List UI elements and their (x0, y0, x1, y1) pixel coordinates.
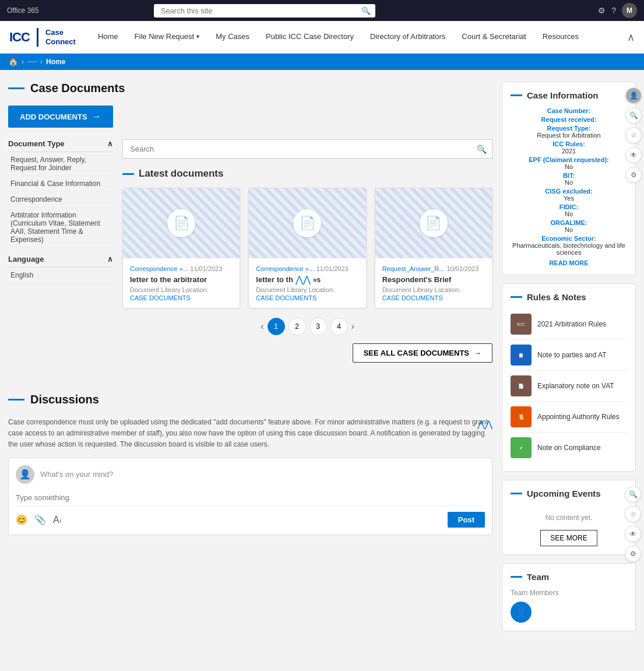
next-page-button[interactable]: › (351, 321, 354, 332)
doc-card-body-1: Correspondence »... 11/01/2023 letter to… (249, 258, 365, 308)
case-information-card: Case Information Case Number: Request re… (502, 82, 636, 275)
nav-directory-arbitrators[interactable]: Directory of Arbitrators (362, 21, 453, 54)
floating-eye-icon[interactable]: 👁 (625, 147, 642, 163)
post-button[interactable]: Post (448, 512, 485, 528)
epf-label: EPF (Claimant requested): (511, 156, 627, 163)
doc-partial-label-1: »s (313, 276, 321, 284)
pdf-icon-1: 📄 (300, 216, 315, 231)
case-documents-title: Case Documents (30, 82, 125, 95)
breadcrumb-bar: 🏠 › › Home (0, 54, 644, 70)
floating-search-icon-2[interactable]: 🔍 (625, 486, 641, 503)
doc-loc-label-2: Document Library Location: (382, 286, 485, 293)
rule-item-2[interactable]: 📄 Explanatory note on VAT (511, 371, 627, 402)
see-more-button[interactable]: SEE MORE (540, 530, 597, 546)
doc-type-link-0[interactable]: Correspondence »... (130, 265, 188, 272)
logo-separator (37, 28, 38, 47)
docs-area: 🔍 Latest documents 📄 (122, 139, 492, 374)
expand-icon-1[interactable]: ⋀⋀ (295, 274, 311, 285)
floating-settings-icon-2[interactable]: ⚙ (625, 546, 641, 562)
rule-thumb-1: 📋 (511, 345, 532, 366)
economic-sector-value: Pharmaceuticals, biotechnology and life … (511, 242, 627, 256)
team-card: Team Team Members 👤 (502, 563, 636, 631)
events-blue-line (511, 493, 522, 494)
language-header[interactable]: Language ∧ (8, 255, 113, 268)
page-1-button[interactable]: 1 (268, 318, 285, 335)
floating-eye-icon-2[interactable]: 👁 (625, 526, 641, 542)
chevron-icon: ▾ (196, 33, 199, 40)
docs-search-input[interactable] (122, 139, 492, 159)
upcoming-events-title: Upcoming Events (527, 489, 601, 498)
add-docs-label: ADD DOCUMENTS (20, 113, 87, 121)
see-all-label: SEE ALL CASE DOCUMENTS (364, 349, 469, 357)
prev-page-button[interactable]: ‹ (261, 321, 263, 332)
language-label: Language (8, 255, 44, 264)
doc-loc-link-0[interactable]: CASE DOCUMENTS (130, 294, 191, 301)
rule-item-1[interactable]: 📋 Note to parties and AT (511, 340, 627, 371)
floating-settings-icon[interactable]: ⚙ (625, 167, 642, 183)
language-english[interactable]: English (8, 268, 113, 283)
case-info-heading: Case Information (511, 90, 627, 100)
orgalime-value: No (511, 226, 627, 233)
doc-loc-link-1[interactable]: CASE DOCUMENTS (256, 294, 316, 301)
rule-label-2: Explanatory note on VAT (537, 382, 614, 390)
see-all-button[interactable]: SEE ALL CASE DOCUMENTS → (353, 343, 492, 363)
team-add-member-button[interactable]: 👤 (511, 602, 532, 623)
rule-item-3[interactable]: 📜 Appointing Authority Rules (511, 402, 627, 433)
top-search-input[interactable] (154, 4, 375, 17)
case-number-label: Case Number: (511, 107, 627, 114)
pdf-icon-0: 📄 (174, 216, 189, 231)
floating-star-icon[interactable]: ☆ (625, 127, 642, 143)
doc-loc-link-2[interactable]: CASE DOCUMENTS (382, 294, 443, 301)
doc-icon-1: 📄 (293, 209, 321, 237)
doc-type-request[interactable]: Request, Answer, Reply, Request for Join… (8, 152, 113, 176)
nav-home[interactable]: Home (90, 21, 126, 54)
nav-public-icc[interactable]: Public ICC Case Directory (258, 21, 362, 54)
language-filter: Language ∧ English (8, 255, 113, 283)
breadcrumb-sep-2: › (40, 58, 43, 66)
floating-search-icon[interactable]: 🔍 (625, 107, 642, 124)
nav-resources[interactable]: Resources (534, 21, 587, 54)
breadcrumb-home-icon[interactable]: 🏠 (8, 57, 18, 66)
doc-type-link-2[interactable]: Request_Answer_R... (382, 265, 445, 272)
floating-user-icon[interactable]: 👤 (625, 87, 642, 104)
doc-type-toggle: ∧ (107, 139, 113, 148)
doc-type-arbitrator[interactable]: Arbitrator Information (Curriculum Vitae… (8, 208, 113, 248)
doc-title-1: letter to th (256, 275, 293, 284)
doc-card-1: 📄 Correspondence »... 11/01/2023 letter … (248, 188, 366, 308)
floating-star-icon-2[interactable]: ☆ (625, 506, 641, 522)
collapse-discussion-button[interactable]: ⋀⋀ (477, 417, 492, 432)
breadcrumb-section[interactable] (27, 61, 37, 62)
read-more-link[interactable]: READ MORE (511, 259, 627, 266)
page-3-button[interactable]: 3 (309, 318, 327, 335)
rules-notes-card: Rules & Notes ICC 2021 Arbitration Rules… (502, 283, 636, 472)
page-4-button[interactable]: 4 (330, 318, 348, 335)
rule-item-0[interactable]: ICC 2021 Arbitration Rules (511, 309, 627, 340)
doc-type-link-1[interactable]: Correspondence »... (256, 265, 314, 272)
rule-thumb-2: 📄 (511, 375, 532, 396)
help-icon[interactable]: ? (611, 6, 616, 15)
nav-bar: ICC Case Connect Home File New Request ▾… (0, 21, 644, 54)
settings-icon[interactable]: ⚙ (598, 6, 606, 15)
page-2-button[interactable]: 2 (288, 318, 306, 335)
nav-court-secretariat[interactable]: Court & Secretariat (453, 21, 534, 54)
nav-my-cases[interactable]: My Cases (207, 21, 258, 54)
attachment-icon[interactable]: 📎 (34, 514, 46, 525)
nav-expand-icon[interactable]: ∧ (627, 31, 635, 44)
cisg-row: CISG excluded: Yes (511, 188, 627, 202)
rule-item-4[interactable]: ✔ Note on Compliance (511, 433, 627, 463)
add-documents-button[interactable]: ADD DOCUMENTS → (8, 106, 113, 128)
top-bar: Office 365 🔍 ⚙ ? M (0, 0, 644, 21)
doc-type-financial[interactable]: Financial & Case Information (8, 176, 113, 192)
orgalime-label: ORGALIME: (511, 219, 627, 226)
rule-thumb-0: ICC (511, 314, 532, 335)
nav-file-new-request[interactable]: File New Request ▾ (126, 21, 208, 54)
comment-input[interactable] (16, 490, 485, 506)
user-avatar[interactable]: M (622, 3, 637, 18)
emoji-icon[interactable]: 😊 (16, 514, 27, 525)
document-type-header[interactable]: Document Type ∧ (8, 139, 113, 152)
no-content-label: No content yet. (511, 505, 627, 530)
filter-panel: Document Type ∧ Request, Answer, Reply, … (8, 139, 113, 374)
fidic-row: FIDIC: No (511, 203, 627, 217)
format-icon[interactable]: Aᵢ (53, 514, 61, 525)
doc-type-correspondence[interactable]: Correspondence (8, 192, 113, 208)
